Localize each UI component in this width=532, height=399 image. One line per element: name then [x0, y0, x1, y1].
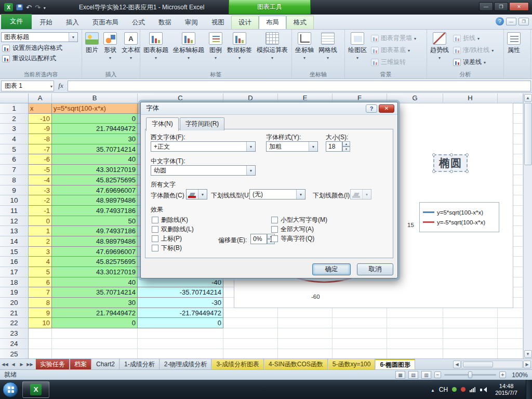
cell[interactable]	[278, 318, 332, 328]
vertical-scrollbar[interactable]: ▲ ▼	[523, 94, 532, 358]
row-header[interactable]: 22	[0, 318, 29, 328]
previous-sheet-icon[interactable]: ◀	[9, 360, 17, 368]
cell[interactable]: -35.70714214	[138, 287, 223, 298]
latin-font-select[interactable]: +正文	[151, 141, 256, 152]
cell[interactable]	[29, 328, 52, 339]
selection-handle[interactable]	[432, 170, 435, 173]
row-header[interactable]: 2	[0, 114, 29, 124]
volume-icon[interactable]	[480, 387, 487, 393]
font-size-spinner[interactable]: 18	[326, 141, 350, 152]
dialog-close-button[interactable]	[379, 104, 394, 113]
ok-button[interactable]: 确定	[312, 263, 351, 275]
double-strikethrough-checkbox[interactable]: 双删除线(L)	[152, 225, 194, 234]
cell[interactable]	[52, 349, 138, 359]
zoom-out-button[interactable]	[434, 371, 441, 378]
cell[interactable]	[443, 339, 498, 349]
tab-数据[interactable]: 数据	[152, 16, 178, 29]
tab-布局[interactable]: 布局	[259, 16, 286, 29]
cell[interactable]: 49.74937186	[52, 206, 138, 216]
picture-button[interactable]: 图片	[83, 31, 101, 71]
cell[interactable]	[332, 349, 387, 359]
cell[interactable]: 4	[29, 257, 52, 267]
cell[interactable]	[223, 339, 278, 349]
cell[interactable]: -4	[29, 175, 52, 185]
cell[interactable]: 47.69696007	[52, 185, 138, 196]
cell[interactable]: 48.98979486	[52, 195, 138, 206]
scroll-up-icon[interactable]: ▲	[524, 94, 532, 102]
cell[interactable]: y=5*sqrt(100-x*x)	[52, 103, 138, 114]
cell[interactable]: 48.98979486	[52, 236, 138, 247]
superscript-checkbox[interactable]: 上标(P)	[152, 234, 182, 243]
underline-color-button[interactable]	[350, 189, 371, 200]
sheet-tab-4-SIN函数COS函数[interactable]: 4-SIN函数COS函数	[264, 359, 328, 369]
cell[interactable]	[498, 328, 523, 339]
cell[interactable]: -2	[29, 195, 52, 206]
cell[interactable]	[52, 328, 138, 339]
cell[interactable]: 45.82575695	[52, 257, 138, 267]
zoom-slider[interactable]	[444, 374, 496, 376]
row-header[interactable]: 11	[0, 206, 29, 216]
redo-icon[interactable]	[35, 4, 41, 11]
tab-格式[interactable]: 格式	[286, 16, 314, 29]
first-sheet-icon[interactable]: ◀◀	[1, 360, 9, 368]
cell[interactable]: 8	[29, 298, 52, 308]
cell[interactable]: 30	[52, 134, 138, 144]
trendline-button[interactable]: 趋势线	[428, 31, 451, 71]
name-box[interactable]: 图表 1	[1, 81, 54, 91]
row-header[interactable]: 24	[0, 339, 29, 349]
cell[interactable]	[138, 339, 223, 349]
selection-handle[interactable]	[450, 170, 453, 173]
row-header[interactable]: 12	[0, 216, 29, 227]
sheet-tab-档案[interactable]: 档案	[70, 359, 91, 369]
data-table-button[interactable]: 模拟运算表	[255, 31, 290, 71]
shapes-button[interactable]: 形状	[101, 31, 119, 71]
cell[interactable]	[443, 328, 498, 339]
all-caps-checkbox[interactable]: 全部大写(A)	[271, 225, 314, 234]
cell[interactable]: 43.30127019	[52, 165, 138, 175]
underline-type-select[interactable]: (无)	[249, 189, 305, 200]
row-header[interactable]: 23	[0, 328, 29, 339]
cell[interactable]: 10	[29, 318, 52, 328]
cell[interactable]: 1	[29, 226, 52, 236]
row-header[interactable]: 4	[0, 134, 29, 144]
updown-bars-button[interactable]: 涨/跌柱线	[451, 45, 495, 55]
cell[interactable]	[332, 339, 387, 349]
cell[interactable]	[332, 328, 387, 339]
cell[interactable]: 35.70714214	[52, 287, 138, 298]
formula-input[interactable]	[68, 81, 531, 91]
qat-customize-icon[interactable]	[44, 4, 46, 11]
properties-button[interactable]: 属性	[505, 31, 523, 71]
hidden-icons-chevron[interactable]	[431, 386, 435, 393]
taskbar-excel-button[interactable]	[22, 381, 49, 398]
equal-height-checkbox[interactable]: 等高字符(Q)	[271, 234, 314, 243]
insert-function-button[interactable]: fx	[54, 81, 68, 91]
cell[interactable]: 50	[52, 216, 138, 227]
cell[interactable]: -8	[29, 134, 52, 144]
sheet-tab-3-成绩分析图表[interactable]: 3-成绩分析图表	[211, 359, 264, 369]
show-desktop-button[interactable]	[526, 380, 532, 399]
cell[interactable]: 47.69696007	[52, 247, 138, 257]
plot-area-button[interactable]: 绘图区	[346, 31, 369, 71]
cell[interactable]: x	[29, 103, 52, 114]
sheet-tab-实验任务[interactable]: 实验任务	[35, 359, 70, 369]
save-icon[interactable]	[16, 4, 23, 10]
cell[interactable]: 21.79449472	[52, 308, 138, 318]
tab-文件[interactable]: 文件	[1, 14, 32, 29]
cell[interactable]	[52, 339, 138, 349]
font-color-button[interactable]	[186, 189, 207, 200]
sheet-tab-5-函数xy=100[interactable]: 5-函数xy=100	[328, 359, 376, 369]
small-caps-checkbox[interactable]: 小型大写字母(M)	[271, 216, 327, 224]
cell[interactable]	[498, 318, 523, 328]
cell[interactable]: -21.79449472	[138, 308, 223, 318]
cell[interactable]: -5	[29, 165, 52, 175]
rotation-3d-button[interactable]: 三维旋转	[369, 57, 418, 67]
cell[interactable]: 6	[29, 277, 52, 288]
row-header[interactable]: 13	[0, 226, 29, 236]
cell[interactable]	[223, 308, 278, 318]
next-sheet-icon[interactable]: ▶	[18, 360, 25, 368]
row-header[interactable]: 7	[0, 165, 29, 175]
cell[interactable]	[443, 349, 498, 359]
chart-legend[interactable]: y=5*sqrt(100-x*x)y=-5*sqrt(100-x*x)	[419, 202, 499, 232]
row-header[interactable]: 6	[0, 154, 29, 165]
sheet-tab-2-物理成绩分析[interactable]: 2-物理成绩分析	[159, 359, 212, 369]
